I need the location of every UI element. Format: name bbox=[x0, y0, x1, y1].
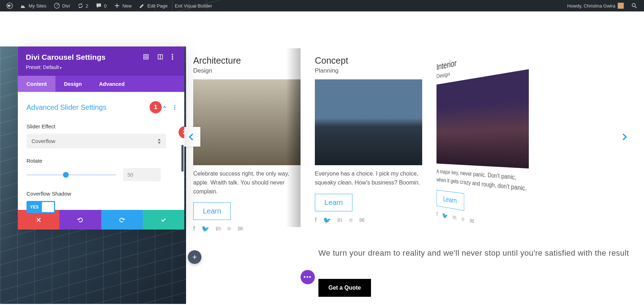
builder-more-button[interactable]: ••• bbox=[301, 270, 315, 284]
card-description: A major key, never panic. Don't panic, w… bbox=[436, 167, 529, 194]
module-settings-panel: Divi Carousel Settings Preset: Default C… bbox=[18, 46, 184, 230]
site-name-link[interactable]: Divi bbox=[50, 0, 74, 11]
section-title[interactable]: Advanced Slider Settings bbox=[26, 103, 145, 112]
site-name-label: Divi bbox=[62, 3, 70, 9]
card-subtitle: Design bbox=[193, 67, 301, 74]
carousel-card-concept[interactable]: Concept Planning Everyone has a choice. … bbox=[315, 55, 422, 233]
tagline-text: We turn your dream to reality and we'll … bbox=[318, 247, 629, 259]
mail-icon[interactable]: ✉ bbox=[359, 216, 365, 224]
scrollbar[interactable] bbox=[181, 145, 184, 172]
svg-point-8 bbox=[172, 56, 173, 58]
svg-point-10 bbox=[174, 105, 175, 106]
carousel-preview: Architecture Design Celebrate success ri… bbox=[193, 55, 626, 233]
comments-count: 0 bbox=[104, 3, 107, 9]
coverflow-shadow-label: Coverflow Shadow bbox=[26, 191, 176, 197]
wordpress-icon bbox=[6, 3, 13, 9]
preset-selector[interactable]: Preset: Default bbox=[26, 64, 176, 70]
card-subtitle: Planning bbox=[315, 67, 422, 74]
svg-point-7 bbox=[172, 54, 173, 55]
learn-button[interactable]: Learn bbox=[315, 194, 352, 211]
ellipsis-icon: ••• bbox=[304, 274, 312, 280]
svg-point-12 bbox=[174, 108, 175, 109]
rotate-slider[interactable] bbox=[26, 174, 116, 176]
mail-icon[interactable]: ✉ bbox=[470, 217, 474, 226]
twitter-icon[interactable]: 🐦 bbox=[442, 211, 448, 220]
avatar bbox=[618, 3, 624, 9]
expand-icon[interactable] bbox=[143, 54, 149, 60]
plus-icon bbox=[114, 3, 120, 9]
instagram-icon[interactable]: ⌾ bbox=[461, 215, 464, 223]
new-link[interactable]: New bbox=[110, 0, 135, 11]
add-module-button[interactable] bbox=[188, 250, 201, 264]
linkedin-icon[interactable]: in bbox=[216, 225, 221, 233]
card-image bbox=[193, 79, 301, 165]
updates-count: 2 bbox=[86, 3, 88, 9]
rotate-value-input[interactable] bbox=[123, 168, 161, 181]
coverflow-shadow-toggle[interactable]: YES bbox=[26, 201, 55, 213]
card-social-icons: f 🐦 in ⌾ ✉ bbox=[436, 210, 529, 236]
linkedin-icon[interactable]: in bbox=[337, 216, 342, 224]
more-icon[interactable] bbox=[171, 54, 178, 60]
carousel-next-button[interactable] bbox=[615, 127, 633, 147]
howdy-link[interactable]: Howdy, Christina Gwira bbox=[564, 0, 628, 11]
facebook-icon[interactable]: f bbox=[315, 216, 317, 224]
instagram-icon[interactable]: ⌾ bbox=[227, 225, 231, 233]
card-description: Celebrate success right, the only way, a… bbox=[193, 169, 301, 196]
slider-thumb[interactable] bbox=[63, 172, 69, 178]
linkedin-icon[interactable]: in bbox=[453, 213, 457, 222]
my-sites-label: My Sites bbox=[29, 3, 47, 9]
card-social-icons: f 🐦 in ⌾ ✉ bbox=[315, 216, 422, 224]
panel-body: Advanced Slider Settings 1 Slider Effect… bbox=[18, 92, 184, 210]
card-description: Everyone has a choice. I pick my choice,… bbox=[315, 169, 422, 187]
mail-icon[interactable]: ✉ bbox=[238, 225, 243, 233]
wp-logo[interactable] bbox=[3, 0, 16, 11]
facebook-icon[interactable]: f bbox=[193, 225, 195, 233]
twitter-icon[interactable]: 🐦 bbox=[201, 225, 209, 233]
instagram-icon[interactable]: ⌾ bbox=[349, 216, 353, 224]
gauge-icon bbox=[54, 3, 60, 9]
get-quote-button[interactable]: Get a Quote bbox=[318, 279, 371, 297]
select-caret-icon bbox=[157, 139, 161, 144]
card-social-icons: f 🐦 in ⌾ ✉ bbox=[193, 225, 301, 233]
learn-button[interactable]: Learn bbox=[193, 202, 231, 220]
section-more-icon[interactable] bbox=[174, 104, 176, 110]
howdy-label: Howdy, Christina Gwira bbox=[567, 3, 615, 9]
card-image bbox=[315, 79, 422, 165]
wp-admin-bar: My Sites Divi 2 0 New Edit Page Exit Vis… bbox=[0, 0, 644, 11]
snap-icon[interactable] bbox=[157, 54, 164, 60]
panel-header[interactable]: Divi Carousel Settings Preset: Default bbox=[18, 46, 184, 76]
tab-content[interactable]: Content bbox=[18, 76, 55, 92]
tab-design[interactable]: Design bbox=[55, 76, 91, 92]
slider-effect-value: Coverflow bbox=[31, 138, 55, 144]
svg-point-9 bbox=[172, 58, 173, 60]
sites-icon bbox=[20, 3, 26, 9]
card-title: Architecture bbox=[193, 55, 301, 66]
twitter-icon[interactable]: 🐦 bbox=[323, 216, 331, 224]
svg-rect-3 bbox=[144, 55, 148, 59]
comment-icon bbox=[96, 3, 102, 9]
carousel-card-architecture[interactable]: Architecture Design Celebrate success ri… bbox=[193, 55, 301, 233]
new-label: New bbox=[122, 3, 132, 9]
slider-effect-label: Slider Effect bbox=[26, 123, 176, 129]
carousel-card-interior[interactable]: Interior Design A major key, never panic… bbox=[436, 41, 529, 247]
admin-search[interactable] bbox=[628, 0, 641, 11]
slider-effect-select[interactable]: Coverflow bbox=[26, 134, 166, 148]
toggle-label: YES bbox=[26, 205, 39, 210]
carousel-prev-button[interactable] bbox=[182, 127, 200, 147]
learn-button[interactable]: Learn bbox=[436, 190, 464, 211]
updates-link[interactable]: 2 bbox=[74, 0, 92, 11]
card-title: Concept bbox=[315, 55, 422, 66]
my-sites-link[interactable]: My Sites bbox=[16, 0, 50, 11]
search-icon bbox=[631, 3, 638, 9]
svg-point-11 bbox=[174, 107, 175, 108]
panel-tabs: Content Design Advanced bbox=[18, 76, 184, 92]
facebook-icon[interactable]: f bbox=[436, 210, 438, 218]
rotate-label: Rotate bbox=[26, 158, 176, 164]
svg-point-2 bbox=[632, 4, 635, 7]
refresh-icon bbox=[77, 3, 84, 9]
comments-link[interactable]: 0 bbox=[92, 0, 110, 11]
chevron-up-icon[interactable] bbox=[162, 104, 167, 110]
tab-advanced[interactable]: Advanced bbox=[91, 76, 133, 92]
toggle-knob bbox=[42, 202, 54, 212]
card-image bbox=[436, 69, 529, 168]
